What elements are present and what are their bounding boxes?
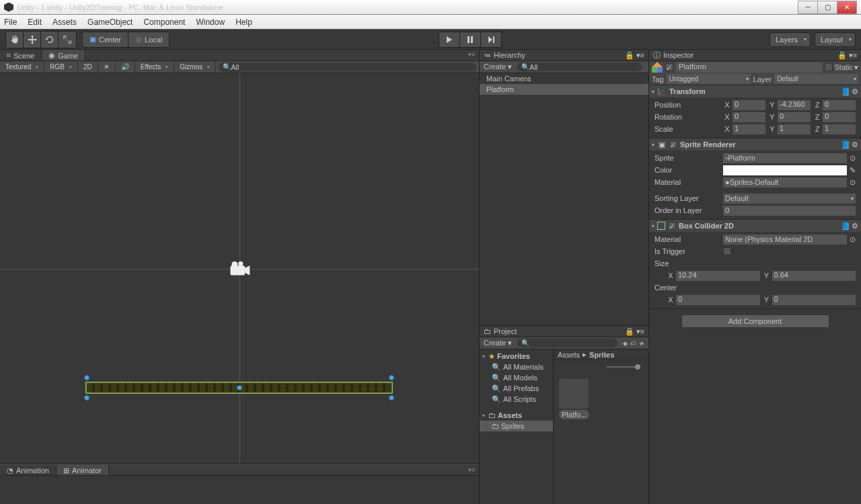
- asset-item[interactable]: Platfo...: [559, 379, 589, 419]
- gear-icon[interactable]: ⚙: [852, 87, 858, 96]
- tab-dropdown-icon[interactable]: ▾≡: [464, 50, 479, 60]
- fold-icon[interactable]: ▾: [652, 142, 654, 148]
- object-name-input[interactable]: Platform: [676, 62, 822, 73]
- physics-material-field[interactable]: None (Physics Material 2D: [723, 235, 847, 245]
- effects-dropdown[interactable]: Effects: [135, 61, 174, 73]
- panel-menu-icon[interactable]: ▾≡: [636, 51, 644, 60]
- menu-file[interactable]: File: [4, 17, 17, 27]
- breadcrumb-item[interactable]: Assets: [558, 351, 580, 359]
- scene-view[interactable]: [0, 73, 479, 464]
- hierarchy-item[interactable]: Main Camera: [480, 73, 648, 84]
- shading-mode-dropdown[interactable]: Textured: [0, 61, 44, 73]
- lock-icon[interactable]: 🔒: [837, 51, 847, 60]
- maximize-button[interactable]: ▢: [817, 1, 837, 14]
- animation-tab[interactable]: ◔Animation: [0, 465, 57, 475]
- tag-dropdown[interactable]: Untagged: [667, 74, 751, 84]
- lock-icon[interactable]: 🔒: [625, 327, 634, 336]
- tab-dropdown-icon[interactable]: ▾≡: [464, 465, 479, 475]
- active-checkbox[interactable]: ✓: [665, 63, 673, 71]
- favorite-item[interactable]: 🔍All Models: [480, 372, 553, 383]
- panel-menu-icon[interactable]: ▾≡: [849, 51, 857, 60]
- lighting-toggle[interactable]: ☀: [98, 61, 116, 73]
- size-x-input[interactable]: 10.24: [676, 271, 760, 281]
- selection-handle[interactable]: [237, 385, 242, 390]
- help-icon[interactable]: 📘: [841, 140, 850, 149]
- static-dropdown-icon[interactable]: ▾: [854, 63, 858, 72]
- object-picker-icon[interactable]: ⊙: [850, 235, 856, 244]
- eyedropper-icon[interactable]: ✎: [850, 166, 856, 175]
- menu-gameobject[interactable]: GameObject: [87, 17, 133, 27]
- is-trigger-checkbox[interactable]: [723, 247, 731, 255]
- object-picker-icon[interactable]: ⊙: [850, 178, 856, 187]
- favorite-item[interactable]: 🔍All Prefabs: [480, 383, 553, 394]
- layer-dropdown[interactable]: Default: [774, 74, 858, 84]
- scene-search-input[interactable]: 🔍All: [219, 62, 476, 72]
- create-dropdown[interactable]: Create ▾: [484, 339, 512, 347]
- thumbnail-size-slider[interactable]: [607, 366, 640, 368]
- selection-handle[interactable]: [389, 395, 394, 401]
- platform-object[interactable]: [86, 382, 392, 393]
- sorting-layer-dropdown[interactable]: Default▾: [723, 194, 856, 204]
- rotation-x-input[interactable]: 0: [733, 112, 765, 122]
- panel-menu-icon[interactable]: ▾≡: [636, 327, 644, 336]
- sprites-folder[interactable]: 🗀Sprites: [480, 421, 553, 431]
- static-checkbox[interactable]: [825, 63, 833, 71]
- selection-handle[interactable]: [389, 375, 394, 380]
- step-button[interactable]: [480, 32, 502, 48]
- favorite-item[interactable]: 🔍All Materials: [480, 362, 553, 372]
- size-y-input[interactable]: 0.64: [772, 271, 856, 281]
- selection-handle[interactable]: [84, 375, 89, 380]
- color-field[interactable]: [723, 165, 847, 175]
- help-icon[interactable]: 📘: [841, 87, 850, 96]
- sprite-field[interactable]: ▫Platform: [723, 153, 847, 163]
- menu-assets[interactable]: Assets: [52, 17, 77, 27]
- favorite-item[interactable]: 🔍All Scripts: [480, 394, 553, 405]
- position-y-input[interactable]: -4.2360: [778, 100, 811, 110]
- menu-component[interactable]: Component: [143, 17, 185, 27]
- add-component-button[interactable]: Add Component: [681, 314, 829, 328]
- animator-tab[interactable]: ⊞Animator: [57, 465, 109, 475]
- help-icon[interactable]: 📘: [841, 222, 850, 230]
- camera-gizmo-icon[interactable]: [227, 261, 252, 277]
- pivot-toggle[interactable]: ▣Center: [83, 32, 128, 47]
- selection-handle[interactable]: [84, 395, 89, 401]
- rotation-z-input[interactable]: 0: [823, 112, 856, 122]
- breadcrumb-item[interactable]: Sprites: [589, 351, 614, 359]
- 2d-toggle[interactable]: 2D: [78, 61, 98, 73]
- scene-tab[interactable]: ⌗Scene: [0, 50, 42, 60]
- scale-z-input[interactable]: 1: [823, 124, 856, 134]
- gear-icon[interactable]: ⚙: [852, 140, 858, 149]
- move-tool-button[interactable]: [24, 32, 41, 48]
- layout-dropdown[interactable]: Layout: [815, 32, 856, 47]
- component-enable-checkbox[interactable]: ✓: [669, 140, 677, 149]
- position-z-input[interactable]: 0: [823, 100, 856, 110]
- gear-icon[interactable]: ⚙: [852, 222, 858, 230]
- material-field[interactable]: ●Sprites-Default: [723, 177, 847, 187]
- minimize-button[interactable]: ─: [798, 1, 818, 14]
- assets-folder[interactable]: 🗀Assets: [480, 410, 553, 421]
- fold-icon[interactable]: ▾: [652, 89, 654, 95]
- center-x-input[interactable]: 0: [676, 295, 760, 305]
- scale-y-input[interactable]: 1: [778, 124, 811, 134]
- object-picker-icon[interactable]: ⊙: [850, 154, 856, 163]
- gizmos-dropdown[interactable]: Gizmos: [174, 61, 216, 73]
- hierarchy-search-input[interactable]: 🔍All: [517, 62, 642, 71]
- space-toggle[interactable]: ◎Local: [128, 32, 169, 47]
- layers-dropdown[interactable]: Layers: [770, 32, 811, 47]
- rotation-y-input[interactable]: 0: [778, 112, 811, 122]
- menu-edit[interactable]: Edit: [28, 17, 42, 27]
- create-dropdown[interactable]: Create ▾: [484, 62, 512, 71]
- play-button[interactable]: [439, 32, 460, 48]
- filter-icon[interactable]: 🏷: [630, 340, 636, 347]
- project-search-input[interactable]: 🔍: [517, 339, 617, 347]
- center-y-input[interactable]: 0: [772, 295, 856, 305]
- hand-tool-button[interactable]: [6, 32, 24, 48]
- filter-icon[interactable]: ◆: [623, 340, 628, 347]
- save-icon[interactable]: ★: [639, 340, 644, 347]
- render-mode-dropdown[interactable]: RGB: [44, 61, 78, 73]
- rotate-tool-button[interactable]: [41, 32, 59, 48]
- menu-help[interactable]: Help: [235, 17, 252, 27]
- scale-x-input[interactable]: 1: [733, 124, 765, 134]
- order-input[interactable]: 0: [723, 206, 856, 216]
- hierarchy-item[interactable]: Platform: [480, 84, 648, 95]
